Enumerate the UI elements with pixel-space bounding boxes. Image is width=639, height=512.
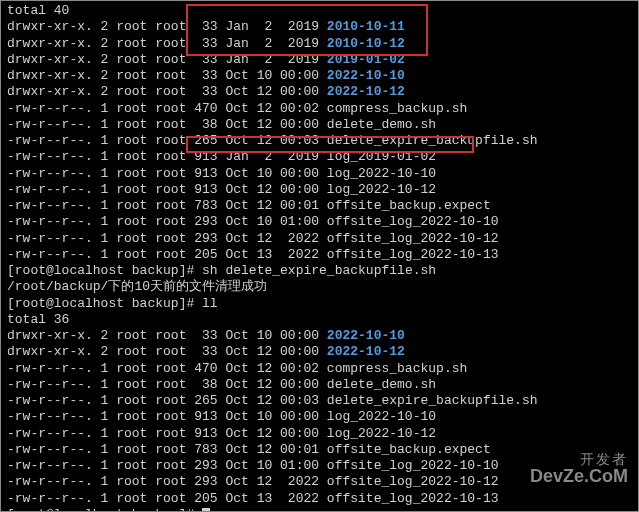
file-name: offsite_log_2022-10-12 [327,231,499,246]
dir-name: 2010-10-11 [327,19,405,34]
prompt-line: [root@localhost backup]# sh delete_expir… [7,263,632,279]
dir-name: 2022-10-12 [327,344,405,359]
ls-row: -rw-r--r--. 1 root root 913 Oct 10 00:00… [7,409,632,425]
file-name: offsite_log_2022-10-13 [327,247,499,262]
file-name: offsite_log_2022-10-10 [327,458,499,473]
ls-row: drwxr-xr-x. 2 root root 33 Oct 10 00:00 … [7,328,632,344]
ls-row: -rw-r--r--. 1 root root 470 Oct 12 00:02… [7,361,632,377]
ls-row: drwxr-xr-x. 2 root root 33 Oct 12 00:00 … [7,344,632,360]
file-name: delete_expire_backupfile.sh [327,393,538,408]
output-message: /root/backup/下的10天前的文件清理成功 [7,279,632,295]
dir-name: 2022-10-12 [327,84,405,99]
prompt-line: [root@localhost backup]# ll [7,296,632,312]
ls-row: -rw-r--r--. 1 root root 293 Oct 10 01:00… [7,214,632,230]
file-name: offsite_backup.expect [327,198,491,213]
file-name: delete_demo.sh [327,117,436,132]
dir-name: 2022-10-10 [327,68,405,83]
ls-row: drwxr-xr-x. 2 root root 33 Jan 2 2019 20… [7,52,632,68]
command: ll [202,296,218,311]
ls-row: -rw-r--r--. 1 root root 38 Oct 12 00:00 … [7,377,632,393]
ls-row: -rw-r--r--. 1 root root 205 Oct 13 2022 … [7,247,632,263]
ls-row: -rw-r--r--. 1 root root 783 Oct 12 00:01… [7,198,632,214]
ls-row: drwxr-xr-x. 2 root root 33 Oct 10 00:00 … [7,68,632,84]
ls-row: -rw-r--r--. 1 root root 205 Oct 13 2022 … [7,491,632,507]
ls-row: -rw-r--r--. 1 root root 293 Oct 10 01:00… [7,458,632,474]
file-name: log_2022-10-10 [327,166,436,181]
ls-row: -rw-r--r--. 1 root root 913 Jan 2 2019 l… [7,149,632,165]
ls-row: -rw-r--r--. 1 root root 913 Oct 12 00:00… [7,182,632,198]
file-name: offsite_log_2022-10-12 [327,474,499,489]
ls-row: -rw-r--r--. 1 root root 293 Oct 12 2022 … [7,231,632,247]
file-name: delete_expire_backupfile.sh [327,133,538,148]
ls-row: -rw-r--r--. 1 root root 783 Oct 12 00:01… [7,442,632,458]
file-name: log_2022-10-10 [327,409,436,424]
total-line: total 36 [7,312,632,328]
ls-row: -rw-r--r--. 1 root root 470 Oct 12 00:02… [7,101,632,117]
ls-row: -rw-r--r--. 1 root root 38 Oct 12 00:00 … [7,117,632,133]
command: sh delete_expire_backupfile.sh [202,263,436,278]
file-name: log_2022-10-12 [327,182,436,197]
ls-row: -rw-r--r--. 1 root root 913 Oct 12 00:00… [7,426,632,442]
file-name: offsite_log_2022-10-10 [327,214,499,229]
dir-name: 2010-10-12 [327,36,405,51]
ls-row: -rw-r--r--. 1 root root 265 Oct 12 00:03… [7,393,632,409]
prompt-line[interactable]: [root@localhost backup]# [7,507,632,512]
ls-row: -rw-r--r--. 1 root root 913 Oct 10 00:00… [7,166,632,182]
ls-row: -rw-r--r--. 1 root root 293 Oct 12 2022 … [7,474,632,490]
dir-name: 2022-10-10 [327,328,405,343]
ls-row: drwxr-xr-x. 2 root root 33 Jan 2 2019 20… [7,19,632,35]
dir-name: 2019-01-02 [327,52,405,67]
file-name: offsite_log_2022-10-13 [327,491,499,506]
cursor[interactable] [202,508,210,512]
ls-row: drwxr-xr-x. 2 root root 33 Jan 2 2019 20… [7,36,632,52]
terminal-output[interactable]: total 40drwxr-xr-x. 2 root root 33 Jan 2… [7,3,632,512]
ls-row: -rw-r--r--. 1 root root 265 Oct 12 00:03… [7,133,632,149]
ls-row: drwxr-xr-x. 2 root root 33 Oct 12 00:00 … [7,84,632,100]
total-line: total 40 [7,3,632,19]
file-name: compress_backup.sh [327,101,467,116]
file-name: delete_demo.sh [327,377,436,392]
file-name: log_2022-10-12 [327,426,436,441]
file-name: offsite_backup.expect [327,442,491,457]
file-name: compress_backup.sh [327,361,467,376]
file-name: log_2019-01-02 [327,149,436,164]
